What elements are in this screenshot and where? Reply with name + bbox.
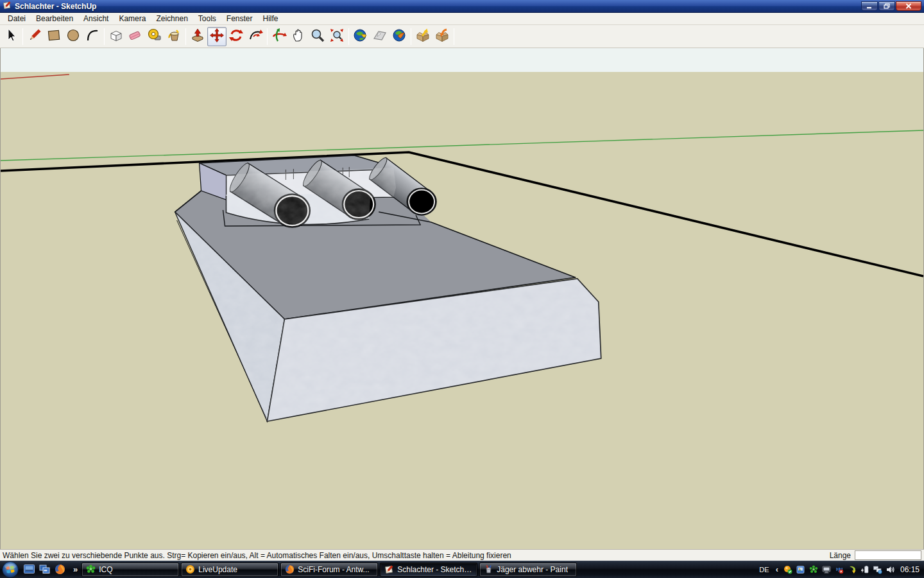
network-tray-icon[interactable] — [873, 565, 883, 574]
menu-datei[interactable]: Datei — [3, 13, 31, 24]
terrain-sheet-icon — [372, 28, 388, 46]
drawing-viewport[interactable] — [0, 48, 924, 549]
taskbar-task-paint[interactable]: Jäger abwehr - Paint — [479, 563, 577, 577]
toolbar-separator — [454, 28, 454, 45]
firefox-quicklaunch-icon[interactable] — [54, 564, 65, 575]
tool-get-current-view-button[interactable] — [351, 27, 370, 46]
tool-toggle-terrain-button[interactable] — [370, 27, 389, 46]
rectangle-icon — [46, 28, 62, 46]
tool-share-model-button[interactable] — [432, 27, 452, 46]
tool-paint-bucket-button[interactable] — [164, 27, 184, 46]
menu-zeichnen[interactable]: Zeichnen — [151, 13, 193, 24]
push-pull-icon — [190, 28, 205, 46]
menu-hilfe[interactable]: Hilfe — [258, 13, 284, 24]
volume-tray-icon[interactable] — [886, 565, 896, 574]
tool-rectangle-button[interactable] — [44, 27, 64, 46]
minimize-button[interactable] — [861, 1, 878, 11]
window-switcher-icon[interactable] — [38, 564, 50, 575]
tool-get-models-button[interactable] — [413, 27, 432, 46]
tool-line-button[interactable] — [25, 27, 44, 46]
liveupdate-icon — [185, 565, 195, 574]
titlebar[interactable]: Schlachter - SketchUp — [0, 0, 924, 13]
icq-tray-icon[interactable] — [809, 565, 819, 574]
menu-ansicht[interactable]: Ansicht — [78, 13, 114, 24]
icq-icon — [86, 565, 96, 574]
toolbar-separator — [185, 28, 186, 45]
tool-pan-button[interactable] — [289, 27, 308, 46]
statusbar: Wählen Sie zwei zu verschiebende Punkte … — [0, 549, 924, 561]
move-icon — [209, 28, 225, 46]
toolbar-separator — [348, 28, 349, 45]
wireless-off-tray-icon[interactable] — [835, 565, 844, 574]
menu-tools[interactable]: Tools — [193, 13, 221, 24]
menu-bearbeiten[interactable]: Bearbeiten — [31, 13, 78, 24]
paint-icon — [484, 565, 493, 574]
sketchup-icon — [384, 565, 394, 574]
follow-me-icon — [248, 28, 263, 46]
tool-zoom-extents-button[interactable] — [327, 27, 346, 46]
rotate-icon — [228, 28, 244, 46]
tool-move-button[interactable] — [207, 27, 227, 46]
zoom-icon — [310, 28, 325, 46]
menu-fenster[interactable]: Fenster — [221, 13, 258, 24]
display-tray-icon[interactable] — [822, 565, 832, 574]
paint-bucket-icon — [166, 28, 182, 46]
tool-place-model-button[interactable] — [389, 27, 409, 46]
sketchup-window: Schlachter - SketchUp Datei Bearbeiten A… — [0, 0, 924, 578]
tape-measure-icon — [147, 28, 162, 46]
quick-launch-bar — [23, 564, 65, 575]
pan-hand-icon — [291, 28, 306, 46]
toolbar-separator — [411, 28, 411, 45]
circle-icon — [65, 28, 81, 46]
firefox-icon — [285, 565, 295, 574]
taskbar-task-sketchup[interactable]: Schlachter - SketchUp — [380, 563, 477, 577]
tool-follow-me-button[interactable] — [246, 27, 265, 46]
tool-eraser-button[interactable] — [126, 27, 145, 46]
toolbar-separator — [22, 28, 23, 45]
box-arrow-in-icon — [434, 28, 450, 46]
pencil-icon — [27, 28, 42, 46]
tool-zoom-button[interactable] — [308, 27, 327, 46]
toolbar-separator — [104, 28, 105, 45]
tool-push-pull-button[interactable] — [188, 27, 207, 46]
sketchup-app-icon — [3, 1, 12, 12]
language-indicator[interactable]: DE — [758, 566, 770, 574]
start-button[interactable] — [1, 561, 19, 578]
tool-arc-button[interactable] — [83, 27, 102, 46]
tool-rotate-button[interactable] — [227, 27, 246, 46]
box-arrow-out-icon — [415, 28, 431, 46]
orbit-icon — [271, 28, 287, 46]
status-hint: Wählen Sie zwei zu verschiebende Punkte … — [3, 551, 830, 560]
model-scene[interactable] — [1, 48, 923, 549]
tool-orbit-button[interactable] — [270, 27, 289, 46]
power-tray-icon[interactable] — [860, 565, 870, 574]
liveupdate-tray-icon[interactable] — [783, 565, 793, 574]
zoom-extents-icon — [329, 28, 345, 46]
tool-make-component-button[interactable] — [107, 27, 126, 46]
taskbar-task-scifi-forum[interactable]: SciFi-Forum - Antw... — [280, 563, 378, 577]
photo-tray-icon[interactable] — [796, 565, 806, 574]
muzzle-3-ring — [409, 190, 434, 214]
show-desktop-icon[interactable] — [23, 564, 35, 575]
taskbar-clock[interactable]: 06:15 — [900, 565, 920, 574]
tool-select-button[interactable] — [1, 27, 21, 46]
arc-icon — [85, 28, 100, 46]
tool-tape-measure-button[interactable] — [145, 27, 164, 46]
restore-button[interactable] — [878, 1, 895, 11]
toolbar-separator — [267, 28, 268, 45]
eraser-icon — [128, 28, 143, 46]
measure-label: Länge — [830, 551, 851, 560]
toolbar — [0, 25, 924, 48]
tray-collapse-chevron[interactable]: ‹ — [774, 565, 780, 574]
measurement-input[interactable] — [855, 550, 921, 560]
update-tray-icon[interactable] — [848, 565, 857, 574]
menubar: Datei Bearbeiten Ansicht Kamera Zeichnen… — [0, 13, 924, 25]
taskbar-task-icq[interactable]: ICQ — [81, 563, 179, 577]
taskbar-task-liveupdate[interactable]: LiveUpdate — [181, 563, 278, 577]
quicklaunch-overflow-chevron[interactable]: » — [71, 565, 80, 574]
close-button[interactable] — [896, 1, 921, 11]
tool-circle-button[interactable] — [64, 27, 83, 46]
menu-kamera[interactable]: Kamera — [114, 13, 151, 24]
earth-yellow-arrow-icon — [353, 28, 368, 46]
select-arrow-icon — [3, 28, 19, 46]
